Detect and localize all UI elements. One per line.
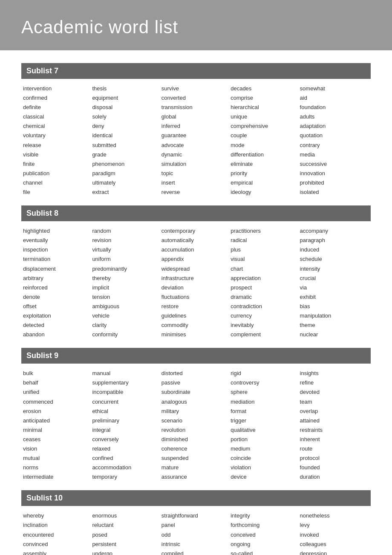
- word-item: deny: [92, 121, 161, 131]
- word-item: adaptation: [300, 121, 369, 131]
- word-item: media: [300, 150, 369, 159]
- word-item: visible: [23, 150, 92, 159]
- word-item: reinforced: [23, 283, 92, 292]
- word-item: encountered: [23, 530, 92, 540]
- word-item: qualitative: [231, 425, 300, 435]
- word-item: file: [23, 188, 92, 197]
- sublist-10-col-3: integrityforthcomingconceivedongoingso-c…: [231, 511, 300, 555]
- sublist-10-header: Sublist 10: [21, 490, 371, 506]
- word-item: schedule: [300, 254, 369, 264]
- word-item: concurrent: [92, 397, 161, 407]
- word-item: passive: [161, 378, 231, 387]
- word-item: release: [23, 141, 92, 150]
- word-item: duration: [300, 472, 369, 482]
- word-item: conceived: [231, 530, 300, 540]
- word-item: aid: [300, 93, 369, 103]
- word-item: integrity: [231, 511, 300, 520]
- sublist-10-col-4: nonethelesslevyinvokedcolleaguesdepressi…: [300, 511, 369, 555]
- word-item: hierarchical: [231, 103, 300, 112]
- word-item: inspection: [23, 245, 92, 254]
- word-item: prospect: [231, 283, 300, 292]
- word-item: military: [161, 407, 231, 416]
- page-header: Academic word list: [0, 0, 392, 50]
- word-item: so-called: [231, 549, 300, 555]
- word-item: finite: [23, 159, 92, 169]
- word-item: thereby: [92, 274, 161, 283]
- word-item: preliminary: [92, 416, 161, 425]
- word-item: devoted: [300, 387, 369, 397]
- sublist-9-col-1: manualsupplementaryincompatibleconcurren…: [92, 369, 161, 482]
- word-item: insert: [161, 178, 231, 188]
- word-item: clarity: [92, 321, 161, 330]
- word-item: contradiction: [231, 302, 300, 311]
- word-item: violation: [231, 463, 300, 472]
- word-item: protocol: [300, 454, 369, 463]
- word-item: inferred: [161, 121, 231, 131]
- word-item: termination: [23, 254, 92, 264]
- word-item: contemporary: [161, 226, 231, 236]
- word-item: somewhat: [300, 84, 369, 93]
- sublist-9-col-4: insightsrefinedevotedteamoverlapattained…: [300, 369, 369, 482]
- word-item: offset: [23, 302, 92, 311]
- word-item: virtually: [92, 245, 161, 254]
- word-item: infrastructure: [161, 274, 231, 283]
- word-item: panel: [161, 520, 231, 530]
- word-item: ongoing: [231, 540, 300, 549]
- word-item: mediation: [231, 397, 300, 407]
- word-item: transmission: [161, 103, 231, 112]
- word-item: dramatic: [231, 292, 300, 302]
- word-item: diminished: [161, 435, 231, 444]
- word-item: ultimately: [92, 178, 161, 188]
- word-item: paragraph: [300, 236, 369, 245]
- word-item: suspended: [161, 454, 231, 463]
- word-item: controversy: [231, 378, 300, 387]
- word-item: thesis: [92, 84, 161, 93]
- word-item: coincide: [231, 454, 300, 463]
- word-item: incompatible: [92, 387, 161, 397]
- word-item: deviation: [161, 283, 231, 292]
- word-item: contrary: [300, 141, 369, 150]
- word-item: ideology: [231, 188, 300, 197]
- sublist-9-grid: bulkbehalfunifiedcommencederosionanticip…: [21, 369, 371, 482]
- sublist-7-grid: interventionconfirmeddefiniteclassicalch…: [21, 84, 371, 197]
- word-item: topic: [161, 169, 231, 178]
- word-item: solely: [92, 112, 161, 121]
- word-item: intrinsic: [161, 540, 231, 549]
- word-item: comprehensive: [231, 121, 300, 131]
- word-item: isolated: [300, 188, 369, 197]
- word-item: route: [300, 444, 369, 454]
- word-item: comprise: [231, 93, 300, 103]
- sublist-7-col-2: surviveconvertedtransmissionglobalinferr…: [161, 84, 231, 197]
- sublist-8-header: Sublist 8: [21, 205, 371, 221]
- word-item: commodity: [161, 321, 231, 330]
- sublist-8-grid: highlightedeventuallyinspectionterminati…: [21, 226, 371, 339]
- word-item: erosion: [23, 407, 92, 416]
- word-item: sphere: [231, 387, 300, 397]
- word-item: abandon: [23, 330, 92, 339]
- word-item: colleagues: [300, 540, 369, 549]
- word-item: levy: [300, 520, 369, 530]
- word-item: confirmed: [23, 93, 92, 103]
- word-item: inevitably: [231, 321, 300, 330]
- word-item: converted: [161, 93, 231, 103]
- word-item: nonetheless: [300, 511, 369, 520]
- word-item: accommodation: [92, 463, 161, 472]
- word-item: radical: [231, 236, 300, 245]
- word-item: plus: [231, 245, 300, 254]
- word-item: undergo: [92, 549, 161, 555]
- word-item: chart: [231, 264, 300, 274]
- page-title: Academic word list: [21, 17, 371, 38]
- word-item: random: [92, 226, 161, 236]
- word-item: whereby: [23, 511, 92, 520]
- word-item: rigid: [231, 369, 300, 378]
- word-item: conversely: [92, 435, 161, 444]
- word-item: classical: [23, 112, 92, 121]
- word-item: founded: [300, 463, 369, 472]
- word-item: confined: [92, 454, 161, 463]
- word-item: anticipated: [23, 416, 92, 425]
- word-item: identical: [92, 131, 161, 140]
- word-item: forthcoming: [231, 520, 300, 530]
- word-item: uniform: [92, 254, 161, 264]
- word-item: supplementary: [92, 378, 161, 387]
- word-item: ceases: [23, 435, 92, 444]
